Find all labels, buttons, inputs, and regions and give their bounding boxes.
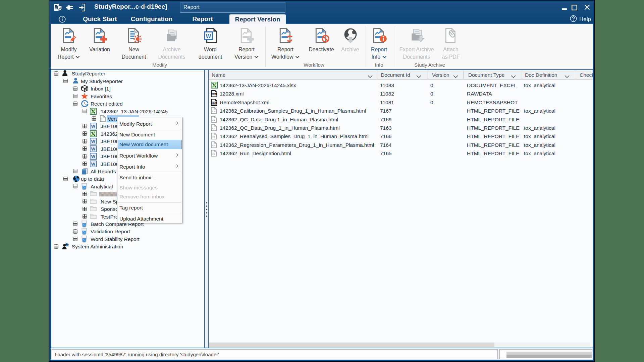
svg-text:<>: <> — [212, 144, 215, 147]
svg-text:W: W — [206, 33, 211, 39]
svg-text:<>: <> — [212, 110, 215, 113]
svg-text:<>: <> — [212, 127, 215, 130]
svg-text:<>: <> — [212, 153, 215, 156]
svg-text:W: W — [91, 124, 96, 129]
svg-text:<>: <> — [212, 118, 215, 121]
svg-text:W: W — [91, 162, 96, 167]
svg-text:XML: XML — [212, 93, 216, 95]
svg-text:W: W — [91, 154, 96, 159]
svg-text:XML: XML — [212, 102, 216, 104]
svg-text:W: W — [91, 146, 96, 152]
svg-text:<>: <> — [212, 135, 215, 138]
svg-text:W: W — [91, 139, 96, 144]
